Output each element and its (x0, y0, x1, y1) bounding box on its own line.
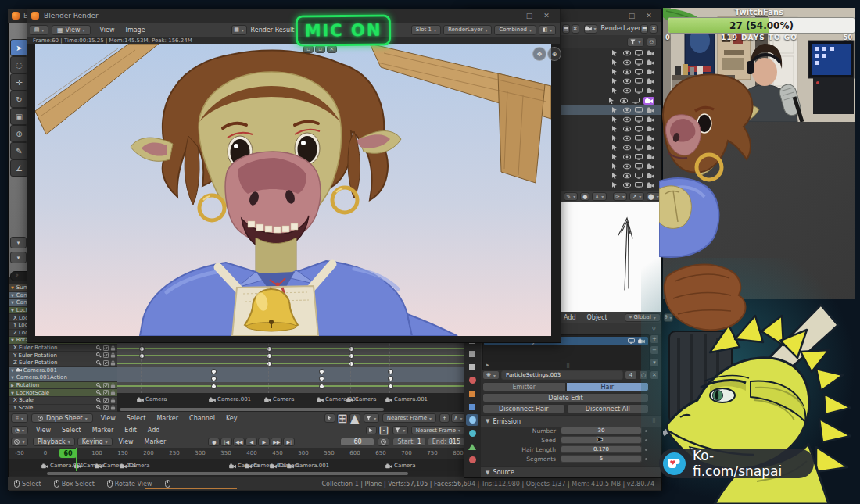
transport-button-4[interactable]: ▶ (258, 438, 270, 446)
channel-y-euler-rotation[interactable]: Y Euler Rotation (9, 352, 117, 359)
timeline-upper-menu-add[interactable]: Add (148, 427, 160, 434)
tool-cursor[interactable]: ◌ (10, 56, 28, 73)
channel-camera-001[interactable]: ▼Camera.001 (9, 367, 117, 375)
properties-tab-9[interactable] (466, 454, 478, 466)
keyframe-dot[interactable] (267, 353, 272, 359)
list-expander-icon[interactable]: ▸ (486, 362, 489, 368)
viewport-menu-add[interactable]: Add (564, 314, 576, 321)
playback-dropdown[interactable]: Playback▾ (33, 438, 75, 446)
key-row[interactable] (117, 374, 467, 382)
transport-button-1[interactable]: |◀ (220, 438, 232, 446)
dopesheet-menu-marker[interactable]: Marker (156, 415, 178, 422)
key-row[interactable] (117, 367, 467, 375)
field-value-hair-length[interactable]: 0.170 (561, 445, 642, 453)
expand-icon[interactable]: ▼ (11, 338, 14, 342)
render-window-titlebar[interactable]: Blender Render – □ ✕ (27, 9, 560, 23)
editor-type-button[interactable]: ⌗▾ (11, 413, 28, 423)
expand-icon[interactable]: ▶ (11, 383, 14, 388)
mini-panel-button-2[interactable]: ▫ (315, 45, 325, 53)
view-mode-dropdown[interactable]: ▦ View▾ (52, 25, 91, 35)
channel-rotation[interactable]: ▶Rotation (9, 382, 117, 390)
filter-dropdown-2[interactable]: ▾ (392, 426, 408, 434)
channel-x-scale[interactable]: X Scale (9, 397, 117, 405)
maximize-button[interactable]: □ (623, 12, 640, 20)
channel-y-scale[interactable]: Y Scale (9, 405, 117, 412)
mode-dropdown[interactable]: ✎▾ (564, 192, 578, 201)
key-row[interactable] (117, 359, 467, 367)
use-preview-range-button[interactable] (378, 438, 389, 446)
minimize-button[interactable]: – (606, 12, 623, 20)
marker-camera[interactable]: Camera (346, 396, 376, 402)
transport-button-6[interactable]: ▶| (283, 438, 295, 446)
dopesheet-menu-key[interactable]: Key (226, 415, 238, 422)
key-row[interactable] (117, 345, 467, 352)
expand-icon[interactable]: ▼ (11, 368, 14, 373)
filter-dropdown[interactable]: ▾ (364, 413, 379, 423)
list-grip-icon[interactable]: ⠿ (566, 363, 570, 370)
renderlayer-name[interactable]: RenderLayer (601, 25, 641, 32)
expand-icon[interactable]: ▼ (11, 300, 14, 305)
key-row[interactable] (117, 352, 467, 359)
transport-button-0[interactable]: ● (208, 438, 220, 446)
display-channels-dropdown[interactable]: ◧▾ (539, 25, 556, 35)
keyframe-dot[interactable] (211, 369, 217, 374)
editor-type-dropdown[interactable]: ▤▾ (30, 25, 48, 35)
frame-end-field[interactable]: End:815 (428, 438, 465, 446)
tool-measure[interactable]: ∠ (10, 159, 28, 177)
close-button[interactable]: ✕ (640, 12, 658, 20)
snap-dropdown-2[interactable]: Nearest Frame▾ (411, 426, 465, 434)
unlink-button[interactable]: ✕ (572, 24, 579, 34)
tool-move[interactable]: ✛ (10, 73, 28, 91)
scene-camera-dropdown[interactable]: ▾ (584, 24, 597, 34)
grid-toggle[interactable]: ⊞ (337, 413, 348, 423)
timeline-menu-view[interactable]: View (119, 438, 134, 445)
minimize-button[interactable]: – (503, 12, 521, 20)
tool-select-box[interactable]: ➤ (10, 39, 28, 56)
outliner-settings-icon[interactable]: ⚇ (647, 38, 657, 47)
timeline-upper-menu-edit[interactable]: Edit (124, 427, 137, 434)
image-browse-dropdown[interactable]: ▦▾ (231, 25, 247, 35)
disconnect-all-button[interactable]: Disconnect All (567, 404, 650, 413)
source-panel-header[interactable]: ▼ Source (481, 466, 661, 477)
keyframe-dot[interactable] (139, 353, 145, 359)
expand-icon[interactable]: ▼ (11, 293, 14, 298)
editor-type-button-2[interactable]: ◔▾ (11, 426, 28, 434)
properties-tab-3[interactable] (466, 374, 478, 386)
keyframe-dot[interactable] (211, 384, 217, 389)
keyframe-dot[interactable] (319, 384, 324, 389)
normalize-toggle[interactable]: ▲ (349, 413, 360, 423)
expand-icon[interactable]: ▼ (11, 391, 14, 395)
properties-tab-1[interactable] (466, 348, 478, 359)
keyframe-dot[interactable] (349, 353, 354, 359)
remove-layer-button[interactable]: ✕ (650, 24, 658, 34)
close-button[interactable]: ✕ (538, 12, 555, 20)
tab-emitter[interactable]: Emitter (482, 382, 566, 391)
pen-dropdown[interactable]: ✑▾ (613, 192, 627, 201)
keyframe-dot[interactable] (139, 346, 145, 352)
channel-locrotscale[interactable]: ▼LocRotScale (9, 389, 117, 397)
field-value-segments[interactable]: 5 (561, 455, 642, 463)
proportional-edit-button[interactable]: + (439, 413, 450, 423)
timeline-marker-strip[interactable]: Camera.001CameraCamera.001CameraCameraCa… (9, 459, 467, 471)
marker-camera.001[interactable]: Camera.001 (385, 396, 428, 402)
layer-dropdown[interactable]: RenderLayer▾ (443, 25, 492, 35)
keyframe-dot[interactable] (349, 346, 354, 352)
delete-edit-button[interactable]: Delete Edit (482, 393, 649, 402)
stroke-dropdown[interactable]: ∧▾ (592, 192, 606, 201)
timeline-menu-marker[interactable]: Marker (145, 438, 167, 445)
disconnect-hair-button[interactable]: Disconnect Hair (482, 404, 565, 413)
image-datablock-name[interactable]: Render Result (251, 27, 295, 34)
field-value-number[interactable]: 30 (561, 427, 642, 434)
properties-tab-5[interactable] (466, 401, 478, 413)
transport-button-5[interactable]: ▶▶ (271, 438, 282, 446)
mini-panel-close-icon[interactable]: ✕ (327, 45, 337, 53)
timeline-editor-button[interactable]: ▾ (11, 438, 28, 446)
editor-mini-button-2[interactable]: ▾ (10, 252, 27, 263)
keyframe-dot[interactable] (388, 369, 393, 374)
menu-view[interactable]: View (100, 27, 115, 34)
channel-z-euler-rotation[interactable]: Z Euler Rotation (9, 359, 117, 367)
key-row[interactable] (117, 382, 467, 390)
marker-camera[interactable]: Camera (264, 396, 294, 402)
keyframe-dot[interactable] (319, 369, 324, 374)
keyframe-dot[interactable] (319, 376, 324, 381)
